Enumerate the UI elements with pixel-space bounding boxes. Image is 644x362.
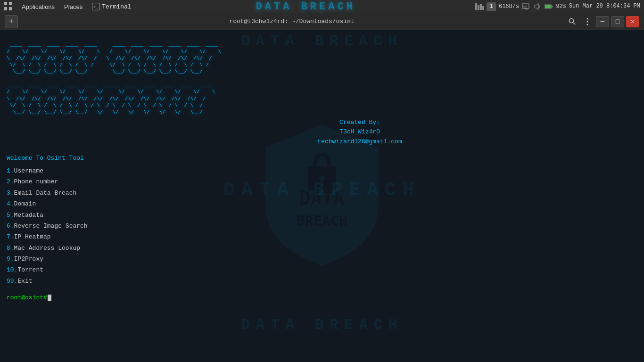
menu-item-label: Domain (14, 200, 36, 207)
menu-item-label: Phone number (14, 178, 58, 185)
menu-button[interactable] (581, 16, 594, 27)
menu-item[interactable]: 8.Mac Address Lookup (7, 243, 637, 254)
menu-list: 1.Username2.Phone number3.Email Data Bre… (7, 165, 637, 287)
terminal-taskbar-btn[interactable]: >_ Terminal (87, 0, 136, 13)
created-by-block: Created By: T3cH_W1z4rD techwizard128@gm… (82, 118, 637, 147)
ascii-logo: ____ ____ ____ ____ ____ ____ ____ ____ … (7, 35, 637, 116)
svg-rect-3 (482, 6, 484, 10)
applications-menu[interactable]: Applications (17, 0, 59, 13)
svg-point-15 (587, 24, 588, 25)
taskbar: Applications Places >_ Terminal DATA BRE… (0, 0, 644, 13)
menu-item[interactable]: 9.IP2Proxy (7, 254, 637, 264)
svg-rect-9 (552, 6, 553, 7)
svg-point-13 (587, 18, 588, 19)
menu-item-number: 10. (7, 266, 17, 273)
close-button[interactable]: ✕ (626, 16, 639, 27)
menu-item-label: Email Data Breach (14, 189, 77, 197)
taskbar-right: 1 616B/s DR 92% Sun Mar 29 8: (475, 2, 644, 11)
menu-item-number: 7. (7, 233, 14, 240)
svg-rect-5 (525, 8, 528, 9)
menu-item[interactable]: 3.Email Data Breach (7, 188, 637, 198)
cursor (48, 295, 51, 301)
menu-item-number: 4. (7, 200, 14, 207)
menu-item-number: 1. (7, 167, 14, 174)
created-by-label: Created By: (82, 118, 637, 128)
svg-rect-10 (545, 5, 551, 8)
menu-item-number: 3. (7, 189, 14, 197)
terminal-window: + root@t3chw1z4rd: ~/Downloads/osint ─ □… (0, 13, 644, 362)
menu-item[interactable]: 2.Phone number (7, 176, 637, 187)
menu-item-number: 6. (7, 222, 14, 230)
menu-item[interactable]: 6.Reverse Image Search (7, 221, 637, 231)
menu-item-label: IP2Proxy (14, 255, 43, 263)
menu-item-number: 8. (7, 245, 14, 252)
menu-item-label: IP Heatmap (14, 233, 51, 240)
menu-item[interactable]: 4.Domain (7, 198, 637, 209)
menu-item[interactable]: 1.Username (7, 165, 637, 176)
prompt-text: root@osint# (7, 294, 47, 301)
creator-email: techwizard128@gmail.com (82, 137, 637, 147)
welcome-text: Welcome To Osint Tool (7, 155, 637, 162)
taskbar-watermark: DATA BREACH (136, 1, 475, 13)
svg-rect-0 (475, 3, 477, 10)
svg-point-11 (570, 18, 574, 23)
menu-item-number: 2. (7, 178, 14, 185)
svg-line-12 (573, 23, 575, 25)
system-monitor-icon (475, 3, 484, 10)
menu-item[interactable]: 10.Torrent (7, 264, 637, 275)
svg-marker-7 (535, 4, 538, 9)
menu-item-number: 99. (7, 278, 17, 285)
minimize-button[interactable]: ─ (596, 16, 609, 27)
menu-item-label: Reverse Image Search (14, 222, 88, 230)
svg-rect-1 (478, 5, 479, 10)
datetime: Sun Mar 29 8:04:34 PM (569, 3, 640, 10)
menu-item-label: Torrent (17, 266, 43, 273)
svg-text:DR: DR (523, 5, 527, 8)
menu-item-number: 5. (7, 212, 14, 219)
menu-item-label: Mac Address Lookup (14, 245, 80, 252)
svg-point-14 (587, 21, 588, 22)
terminal-prompt[interactable]: root@osint# (7, 294, 637, 301)
creator-name: T3cH_W1z4rD (82, 127, 637, 137)
menu-item-label: Exit (17, 278, 32, 285)
menu-item-number: 9. (7, 255, 14, 263)
watermark-bottom: DATA BREACH (241, 316, 403, 334)
battery-percent: 92% (556, 3, 566, 10)
search-button[interactable] (566, 16, 579, 27)
menu-item[interactable]: 5.Metadata (7, 210, 637, 221)
workspace-badge[interactable]: 1 (487, 2, 496, 11)
menu-item[interactable]: 7.IP Heatmap (7, 231, 637, 242)
svg-rect-2 (480, 4, 482, 10)
terminal-icon: >_ (92, 3, 99, 10)
new-tab-button[interactable]: + (5, 15, 18, 28)
window-title: root@t3chw1z4rd: ~/Downloads/osint (18, 18, 566, 25)
places-menu[interactable]: Places (59, 0, 87, 13)
maximize-button[interactable]: □ (611, 16, 624, 27)
network-speed: 616B/s (499, 3, 519, 10)
display-icon: DR (522, 3, 530, 10)
battery-icon (545, 3, 553, 10)
apps-grid-icon (4, 2, 13, 11)
menu-item-label: Username (14, 167, 43, 174)
menu-item[interactable]: 99.Exit (7, 276, 637, 287)
terminal-body[interactable]: DATA BREACH DATA BREACH DATA BREACH DATA… (0, 30, 644, 362)
menu-item-label: Metadata (14, 212, 43, 219)
volume-icon (533, 3, 542, 10)
title-bar: + root@t3chw1z4rd: ~/Downloads/osint ─ □… (0, 13, 644, 30)
